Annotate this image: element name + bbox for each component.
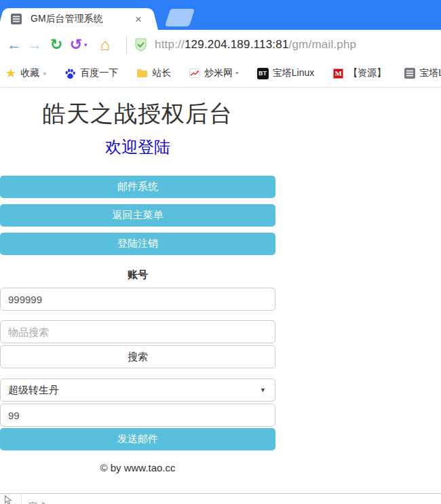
favorites-label: 收藏 [20, 67, 39, 79]
document-icon [404, 68, 415, 79]
welcome-login-link[interactable]: 欢迎登陆 [0, 138, 275, 157]
bookmark-zhanzhang[interactable]: 站长 [136, 67, 171, 79]
bookmark-label: 百度一下 [80, 67, 118, 79]
bookmark-ziyuan[interactable]: M 【资源】 [332, 67, 386, 79]
forward-icon[interactable]: → [24, 30, 45, 60]
home-icon[interactable]: ⌂ [94, 30, 117, 60]
status-bar: 完成 [0, 493, 441, 504]
browser-titlebar: GM后台管理系统 × [0, 0, 441, 30]
baidu-paw-icon [64, 68, 76, 79]
bookmark-label: 宝塔Li [419, 67, 441, 79]
bookmark-baota-li[interactable]: 宝塔Li [404, 67, 441, 79]
item-search-input[interactable] [0, 320, 275, 343]
tab-title: GM后台管理系统 [31, 13, 133, 25]
tab-close-icon[interactable]: × [133, 14, 144, 25]
folder-icon [136, 69, 148, 78]
form-column: 皓天之战授权后台 欢迎登陆 邮件系统 返回主菜单 登陆注销 账号 搜索 超级转生… [0, 100, 275, 473]
browser-toolbar: ← → ↻ ↺ ▾ ⌂ http://129.204.189.113:81/gm… [0, 30, 441, 60]
bookmark-chaomiwang[interactable]: 炒米网 - [189, 67, 239, 79]
statusbar-divider [21, 494, 22, 504]
mail-system-button[interactable]: 邮件系统 [0, 176, 275, 198]
security-shield-icon[interactable] [134, 37, 148, 53]
page-content: 皓天之战授权后台 欢迎登陆 邮件系统 返回主菜单 登陆注销 账号 搜索 超级转生… [0, 100, 441, 504]
bookmark-label: 炒米网 - [204, 67, 239, 79]
send-mail-button[interactable]: 发送邮件 [0, 428, 275, 450]
footer-copyright: © by www.tao.cc [0, 462, 275, 473]
bookmark-label: 宝塔Linux [273, 67, 314, 79]
account-label: 账号 [0, 269, 275, 282]
star-icon: ★ [5, 67, 16, 79]
bookmark-label: 站长 [152, 67, 171, 79]
bookmarks-bar: ★ 收藏 ▾ 百度一下 站长 炒米网 - BT 宝塔Linux M 【资 [0, 60, 441, 88]
url-host: 129.204.189.113:81 [185, 38, 289, 51]
site-favicon-icon [11, 14, 22, 24]
bookmark-label: 【资源】 [348, 67, 386, 79]
address-url[interactable]: http://129.204.189.113:81/gm/mail.php [155, 38, 356, 52]
account-input[interactable] [0, 288, 275, 311]
back-icon[interactable]: ← [4, 30, 24, 60]
back-to-menu-button[interactable]: 返回主菜单 [0, 204, 275, 227]
cursor-pointer-icon [4, 495, 12, 504]
quantity-input[interactable] [0, 404, 275, 427]
favorites-menu[interactable]: ★ 收藏 ▾ [5, 67, 46, 79]
bt-badge-icon: BT [257, 68, 269, 79]
statusbar-text: 完成 [28, 501, 46, 504]
item-select[interactable]: 超级转生丹 ▼ [0, 379, 275, 402]
logout-button[interactable]: 登陆注销 [0, 233, 275, 255]
chevron-down-icon: ▼ [260, 379, 266, 401]
item-select-value: 超级转生丹 [8, 384, 59, 395]
bookmark-baidu[interactable]: 百度一下 [64, 67, 118, 79]
undo-dropdown-icon[interactable]: ▾ [84, 30, 94, 60]
m-badge-icon: M [332, 68, 344, 79]
stock-chart-icon [189, 69, 200, 78]
nav-button-group: 邮件系统 返回主菜单 登陆注销 [0, 176, 275, 255]
new-tab-button[interactable] [165, 9, 195, 26]
toolbar-divider [126, 36, 127, 54]
url-scheme: http:// [155, 38, 185, 51]
refresh-icon[interactable]: ↻ [45, 30, 68, 60]
search-button[interactable]: 搜索 [0, 345, 275, 368]
bookmark-baota-linux[interactable]: BT 宝塔Linux [257, 67, 314, 79]
undo-icon[interactable]: ↺ [68, 30, 84, 60]
page-title: 皓天之战授权后台 [0, 100, 275, 127]
chevron-down-icon: ▾ [43, 70, 46, 77]
url-path: /gm/mail.php [289, 38, 357, 51]
browser-tab[interactable]: GM后台管理系统 × [5, 8, 151, 30]
